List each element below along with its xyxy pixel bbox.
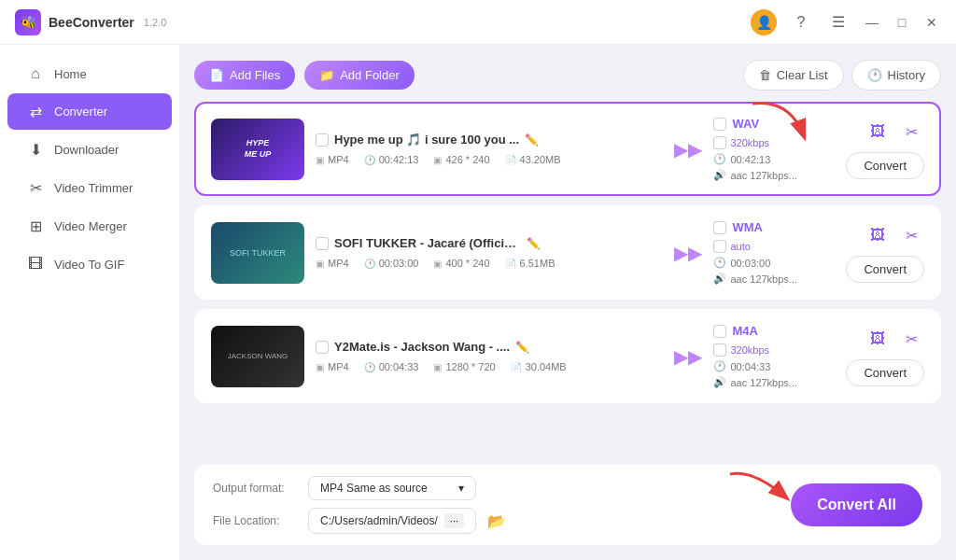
maximize-button[interactable]: □ bbox=[893, 13, 911, 32]
output-meta-dur-2: 🕐 00:03:00 bbox=[713, 257, 835, 269]
cut-icon-2[interactable]: ✂ bbox=[898, 222, 924, 248]
output-meta-dur-1: 🕐 00:42:13 bbox=[713, 153, 835, 165]
edit-icon-1[interactable]: ✏️ bbox=[525, 133, 539, 147]
app-name: BeeConverter bbox=[49, 15, 134, 30]
format-icon-1: ▣ bbox=[316, 155, 324, 165]
out-duration-1: 00:42:13 bbox=[730, 154, 770, 165]
file-info-1: Hype me up 🎵 i sure 100 you ... ✏️ ▣ MP4… bbox=[316, 133, 663, 165]
trimmer-icon: ✂ bbox=[26, 179, 45, 197]
sidebar-item-downloader[interactable]: ⬇ Downloader bbox=[7, 132, 172, 168]
output-detail-cb-3[interactable] bbox=[713, 343, 726, 357]
arrow-3: ▶▶ bbox=[674, 345, 702, 368]
cut-icon-3[interactable]: ✂ bbox=[898, 326, 924, 352]
clip-icon-1[interactable]: 🖼 bbox=[865, 119, 891, 145]
edit-icon-2[interactable]: ✏️ bbox=[527, 237, 541, 250]
help-icon[interactable]: ? bbox=[788, 9, 814, 35]
out-audio-icon-1: 🔊 bbox=[713, 169, 726, 181]
out-codec-1: aac 127kbps... bbox=[730, 170, 797, 181]
sidebar-label-home: Home bbox=[54, 67, 87, 81]
convert-button-2[interactable]: Convert bbox=[846, 256, 924, 283]
output-meta-dur-3: 🕐 00:04:33 bbox=[713, 360, 835, 372]
add-folder-button[interactable]: 📁 Add Folder bbox=[304, 61, 415, 90]
clear-list-label: Clear List bbox=[777, 68, 828, 82]
output-detail-3: 320kbps bbox=[713, 343, 835, 357]
output-detail-cb-2[interactable] bbox=[713, 240, 726, 253]
arrow-1: ▶▶ bbox=[674, 138, 702, 161]
checkbox-2[interactable] bbox=[316, 237, 329, 250]
size-icon-2: 📄 bbox=[505, 259, 516, 269]
checkbox-1[interactable] bbox=[316, 133, 329, 147]
history-button[interactable]: 🕐 History bbox=[851, 60, 941, 91]
clear-list-button[interactable]: 🗑 Clear List bbox=[743, 60, 844, 91]
file-name-2: SOFI TUKKER - Jacaré (Official.... ✏️ bbox=[316, 236, 663, 250]
output-format-1: WAV bbox=[713, 117, 835, 131]
sidebar-item-video-merger[interactable]: ⊞ Video Merger bbox=[7, 208, 172, 245]
res-icon-1: ▣ bbox=[433, 155, 442, 165]
output-checkbox-1[interactable] bbox=[713, 118, 726, 131]
duration-value-1: 00:42:13 bbox=[379, 154, 419, 165]
convert-button-1[interactable]: Convert bbox=[846, 152, 924, 179]
location-input: C:/Users/admin/Videos/ ··· bbox=[308, 508, 476, 534]
out-codec-3: aac 127kbps... bbox=[730, 377, 797, 388]
cut-icon-1[interactable]: ✂ bbox=[898, 119, 924, 145]
clock-icon-2: 🕐 bbox=[364, 259, 375, 269]
out-clock-icon-1: 🕐 bbox=[713, 153, 726, 165]
clip-icon-2[interactable]: 🖼 bbox=[865, 222, 891, 248]
out-audio-icon-2: 🔊 bbox=[713, 273, 726, 285]
browse-folder-icon[interactable]: 📂 bbox=[487, 512, 506, 530]
size-icon-1: 📄 bbox=[505, 155, 516, 165]
res-value-2: 400 * 240 bbox=[445, 258, 489, 269]
top-bar-right: 🗑 Clear List 🕐 History bbox=[743, 60, 941, 91]
sidebar-item-converter[interactable]: ⇄ Converter bbox=[7, 93, 172, 130]
thumb-text-3: JACKSON WANG bbox=[228, 352, 288, 360]
app-logo: 🐝 bbox=[15, 9, 41, 35]
output-detail-cb-1[interactable] bbox=[713, 136, 726, 149]
output-bitrate-2: auto bbox=[730, 241, 750, 252]
convert-all-button[interactable]: Convert All bbox=[791, 483, 922, 526]
title-bar: 🐝 BeeConverter 1.2.0 👤 ? ☰ — □ ✕ bbox=[0, 0, 956, 45]
add-files-button[interactable]: 📄 Add Files bbox=[194, 61, 295, 90]
edit-icon-3[interactable]: ✏️ bbox=[515, 341, 529, 354]
format-row: Output format: MP4 Same as source ▾ bbox=[213, 476, 506, 500]
checkbox-3[interactable] bbox=[316, 341, 329, 354]
dots-button[interactable]: ··· bbox=[444, 513, 464, 528]
res-value-1: 426 * 240 bbox=[445, 154, 489, 165]
converter-icon: ⇄ bbox=[26, 103, 45, 120]
sidebar-label-merger: Video Merger bbox=[54, 219, 127, 233]
file-card-1: HYPEME UP Hype me up 🎵 i sure 100 you ..… bbox=[194, 102, 941, 196]
history-label: History bbox=[888, 68, 925, 82]
format-select[interactable]: MP4 Same as source ▾ bbox=[308, 476, 476, 500]
meta-size-2: 📄 6.51MB bbox=[505, 258, 555, 269]
convert-all-area: Convert All bbox=[791, 483, 922, 526]
output-checkbox-2[interactable] bbox=[713, 221, 726, 234]
res-icon-3: ▣ bbox=[433, 362, 442, 372]
file-name-text-2: SOFI TUKKER - Jacaré (Official.... bbox=[334, 236, 521, 250]
meta-res-1: ▣ 426 * 240 bbox=[433, 154, 489, 165]
sidebar-label-downloader: Downloader bbox=[54, 143, 119, 157]
sidebar-label-converter: Converter bbox=[54, 105, 107, 119]
file-list: HYPEME UP Hype me up 🎵 i sure 100 you ..… bbox=[194, 102, 941, 454]
file-meta-1: ▣ MP4 🕐 00:42:13 ▣ 426 * 240 📄 bbox=[316, 154, 663, 165]
format-icon-3: ▣ bbox=[316, 362, 324, 372]
sidebar-item-video-trimmer[interactable]: ✂ Video Trimmer bbox=[7, 170, 172, 206]
sidebar-item-home[interactable]: ⌂ Home bbox=[7, 56, 172, 91]
clip-icon-3[interactable]: 🖼 bbox=[865, 326, 891, 352]
minimize-button[interactable]: — bbox=[863, 13, 881, 32]
output-checkbox-3[interactable] bbox=[713, 325, 726, 338]
file-location-label: File Location: bbox=[213, 514, 297, 527]
meta-format-3: ▣ MP4 bbox=[316, 361, 349, 372]
out-codec-2: aac 127kbps... bbox=[730, 273, 797, 285]
sidebar-label-gif: Video To GIF bbox=[54, 258, 124, 272]
close-button[interactable]: ✕ bbox=[922, 13, 941, 32]
convert-button-3[interactable]: Convert bbox=[846, 359, 924, 386]
main-layout: ⌂ Home ⇄ Converter ⬇ Downloader ✂ Video … bbox=[0, 45, 956, 560]
menu-icon[interactable]: ☰ bbox=[825, 9, 851, 35]
chevron-down-icon: ▾ bbox=[458, 482, 464, 495]
format-value-1: MP4 bbox=[328, 154, 349, 165]
location-row: File Location: C:/Users/admin/Videos/ ··… bbox=[213, 508, 506, 534]
size-value-2: 6.51MB bbox=[520, 258, 555, 269]
format-icon-2: ▣ bbox=[316, 259, 324, 269]
user-icon[interactable]: 👤 bbox=[751, 9, 777, 35]
out-duration-3: 00:04:33 bbox=[730, 361, 770, 372]
sidebar-item-video-gif[interactable]: 🎞 Video To GIF bbox=[7, 246, 172, 282]
